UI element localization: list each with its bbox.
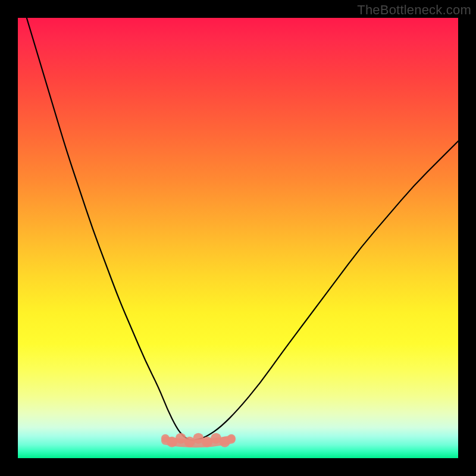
curve-layer	[18, 18, 458, 458]
floor-marker	[227, 434, 236, 443]
plot-area	[18, 18, 458, 458]
floor-markers	[161, 433, 236, 447]
bottleneck-curve	[27, 18, 458, 440]
chart-frame: TheBottleneck.com	[0, 0, 476, 476]
watermark-text: TheBottleneck.com	[357, 2, 471, 18]
